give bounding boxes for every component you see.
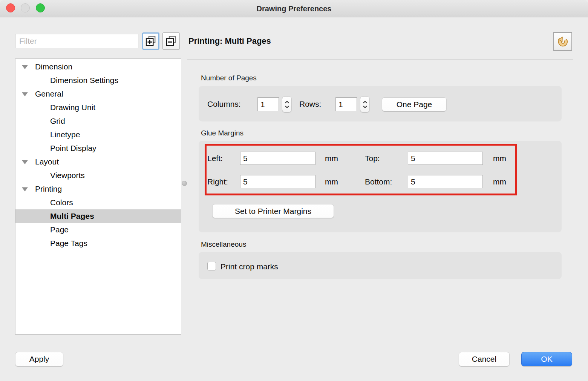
tree-item-page[interactable]: Page: [15, 223, 181, 237]
columns-input[interactable]: [257, 97, 279, 111]
tree-item-viewports[interactable]: Viewports: [15, 169, 181, 182]
disclosure-triangle-icon[interactable]: [22, 187, 28, 191]
preferences-tree: Dimension Dimension Settings General Dra…: [15, 58, 181, 335]
zoom-button[interactable]: [36, 3, 45, 12]
set-to-printer-margins-button[interactable]: Set to Printer Margins: [212, 204, 334, 218]
rows-label: Rows:: [299, 100, 321, 109]
reset-button[interactable]: [553, 32, 572, 51]
bottom-margin-input[interactable]: [408, 175, 483, 188]
splitter-handle[interactable]: [182, 181, 187, 186]
rows-input[interactable]: [335, 97, 357, 111]
rows-stepper[interactable]: [360, 96, 370, 112]
collapse-all-button[interactable]: [162, 32, 180, 50]
tree-item-page-tags[interactable]: Page Tags: [15, 237, 181, 250]
print-crop-marks-checkbox[interactable]: [207, 262, 216, 270]
filter-input[interactable]: [15, 34, 138, 48]
number-of-pages-group: Columns: Rows: One Page: [199, 86, 562, 121]
bottom-unit-label: mm: [493, 177, 506, 186]
one-page-button[interactable]: One Page: [382, 97, 447, 111]
drawing-preferences-window: Drawing Preferences Dimension: [0, 0, 588, 381]
left-margin-label: Left:: [207, 154, 223, 163]
tree-item-grid[interactable]: Grid: [15, 114, 181, 128]
bottom-margin-label: Bottom:: [365, 177, 392, 186]
top-margin-label: Top:: [365, 154, 380, 163]
right-unit-label: mm: [325, 177, 338, 186]
minimize-button: [21, 3, 30, 12]
left-margin-input[interactable]: [240, 152, 315, 165]
disclosure-triangle-icon[interactable]: [22, 160, 28, 164]
titlebar: Drawing Preferences: [0, 0, 588, 17]
expand-all-icon: [145, 35, 156, 48]
tree-item-linetype[interactable]: Linetype: [15, 128, 181, 141]
right-margin-input[interactable]: [240, 175, 315, 188]
tree-item-general[interactable]: General: [15, 87, 181, 101]
tree-item-dimension[interactable]: Dimension: [15, 60, 181, 74]
top-unit-label: mm: [493, 154, 506, 163]
columns-stepper[interactable]: [282, 96, 292, 112]
chevron-down-icon: [363, 105, 368, 108]
window-title: Drawing Preferences: [0, 0, 588, 17]
glue-margins-label: Glue Margins: [201, 129, 243, 137]
tree-item-dimension-settings[interactable]: Dimension Settings: [15, 74, 181, 87]
apply-button[interactable]: Apply: [15, 352, 63, 366]
top-margin-input[interactable]: [408, 152, 483, 165]
chevron-up-icon: [285, 101, 289, 104]
number-of-pages-label: Number of Pages: [201, 74, 257, 82]
cancel-button[interactable]: Cancel: [459, 352, 510, 366]
ok-button[interactable]: OK: [521, 352, 572, 366]
disclosure-triangle-icon[interactable]: [22, 92, 28, 96]
chevron-up-icon: [363, 101, 368, 104]
columns-label: Columns:: [207, 100, 241, 109]
tree-item-multi-pages[interactable]: Multi Pages: [15, 209, 181, 223]
tree-item-point-display[interactable]: Point Display: [15, 141, 181, 155]
expand-all-button[interactable]: [142, 32, 159, 50]
left-unit-label: mm: [325, 154, 338, 163]
page-title: Printing: Multi Pages: [188, 36, 271, 46]
undo-icon: [557, 35, 569, 48]
chevron-down-icon: [285, 105, 289, 108]
glue-margins-group: Left: mm Top: mm Right: mm Bottom: mm Se…: [199, 141, 562, 232]
tree-item-layout[interactable]: Layout: [15, 155, 181, 169]
miscellaneous-group: Print crop marks: [199, 252, 562, 279]
collapse-all-icon: [165, 35, 177, 48]
right-margin-label: Right:: [207, 177, 228, 186]
header-separator: [187, 59, 573, 60]
miscellaneous-label: Miscellaneous: [201, 240, 246, 249]
print-crop-marks-label: Print crop marks: [220, 262, 278, 271]
close-button[interactable]: [6, 3, 15, 12]
tree-item-printing[interactable]: Printing: [15, 182, 181, 196]
tree-item-drawing-unit[interactable]: Drawing Unit: [15, 101, 181, 114]
tree-item-colors[interactable]: Colors: [15, 196, 181, 209]
disclosure-triangle-icon[interactable]: [22, 65, 28, 69]
